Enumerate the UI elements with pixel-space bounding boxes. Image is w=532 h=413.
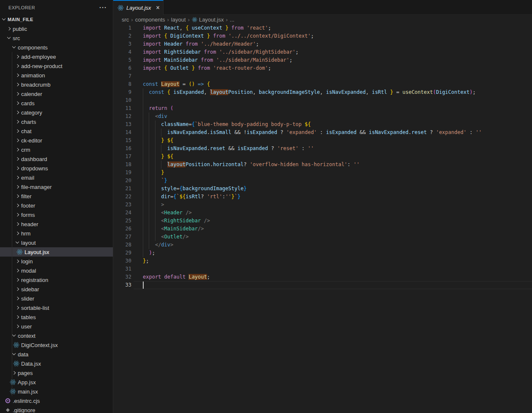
chevron-right-icon[interactable] xyxy=(14,193,20,199)
chevron-right-icon[interactable] xyxy=(14,165,20,171)
code-line-19[interactable]: 19 } xyxy=(113,169,532,177)
code-line-9[interactable]: 9 const { isExpanded, layoutPosition, ba… xyxy=(113,88,532,96)
tree-item-add-new-product[interactable]: add-new-product xyxy=(0,61,113,71)
chevron-right-icon[interactable] xyxy=(14,286,20,292)
chevron-right-icon[interactable] xyxy=(14,63,20,69)
chevron-right-icon[interactable] xyxy=(14,277,20,283)
code-line-23[interactable]: 23 > xyxy=(113,201,532,209)
chevron-right-icon[interactable] xyxy=(14,295,20,301)
tree-item-main-jsx[interactable]: main.jsx xyxy=(0,387,113,396)
tree-item-src[interactable]: src xyxy=(0,33,113,43)
tree-item-pages[interactable]: pages xyxy=(0,368,113,377)
code-line-8[interactable]: 8const Layout = () => { xyxy=(113,80,532,88)
tree-item-tables[interactable]: tables xyxy=(0,312,113,322)
tree-item-app-jsx[interactable]: App.jsx xyxy=(0,377,113,387)
code-line-6[interactable]: 6import { Outlet } from 'react-router-do… xyxy=(113,64,532,72)
tree-item-slider[interactable]: slider xyxy=(0,294,113,303)
chevron-right-icon[interactable] xyxy=(14,54,20,60)
chevron-right-icon[interactable] xyxy=(14,323,20,329)
code-line-26[interactable]: 26 <MainSidebar/> xyxy=(113,225,532,233)
chevron-right-icon[interactable] xyxy=(14,314,20,320)
code-line-5[interactable]: 5import MainSidebar from '../sidebar/Mai… xyxy=(113,56,532,64)
tree-item-breadcrumb[interactable]: breadcrumb xyxy=(0,80,113,89)
tree-item-sortable-list[interactable]: sortable-list xyxy=(0,303,113,312)
chevron-right-icon[interactable] xyxy=(14,82,20,88)
tree-item-file-manager[interactable]: file-manager xyxy=(0,182,113,191)
chevron-right-icon[interactable] xyxy=(14,175,20,181)
tab-close-icon[interactable]: × xyxy=(156,5,160,11)
tree-item-login[interactable]: login xyxy=(0,257,113,266)
tree-item-dropdowns[interactable]: dropdowns xyxy=(0,164,113,173)
chevron-down-icon[interactable] xyxy=(6,35,12,41)
tree-item-hrm[interactable]: hrm xyxy=(0,229,113,238)
chevron-right-icon[interactable] xyxy=(6,26,12,32)
more-actions-icon[interactable]: ··· xyxy=(99,5,107,10)
tree-item-gitignore[interactable]: .gitignore xyxy=(0,405,113,413)
chevron-right-icon[interactable] xyxy=(14,91,20,97)
tree-item-data-jsx[interactable]: Data.jsx xyxy=(0,359,113,368)
chevron-right-icon[interactable] xyxy=(14,184,20,190)
code-line-1[interactable]: 1import React, { useContext } from 'reac… xyxy=(113,24,532,32)
chevron-right-icon[interactable] xyxy=(14,258,20,264)
tree-item-modal[interactable]: modal xyxy=(0,266,113,275)
code-line-24[interactable]: 24 <Header /> xyxy=(113,209,532,217)
code-line-32[interactable]: 32export default Layout; xyxy=(113,273,532,281)
tree-item-filter[interactable]: filter xyxy=(0,191,113,201)
tree-item-footer[interactable]: footer xyxy=(0,201,113,210)
tree-item-cards[interactable]: cards xyxy=(0,98,113,108)
code-line-22[interactable]: 22 dir={`${isRtl? 'rtl':''}`} xyxy=(113,193,532,201)
tree-item-header[interactable]: header xyxy=(0,219,113,229)
tree-item-animation[interactable]: animation xyxy=(0,71,113,80)
chevron-down-icon[interactable] xyxy=(14,240,20,246)
tab-layout-jsx[interactable]: Layout.jsx × xyxy=(113,0,164,15)
code-line-11[interactable]: 11 return ( xyxy=(113,104,532,112)
chevron-right-icon[interactable] xyxy=(14,137,20,143)
breadcrumb-item-components[interactable]: components xyxy=(135,16,165,23)
code-line-27[interactable]: 27 <Outlet/> xyxy=(113,233,532,241)
code-line-29[interactable]: 29 ); xyxy=(113,249,532,257)
code-line-2[interactable]: 2import { DigiContext } from '../../cont… xyxy=(113,32,532,40)
tree-item-calender[interactable]: calender xyxy=(0,89,113,98)
chevron-right-icon[interactable] xyxy=(14,268,20,274)
chevron-right-icon[interactable] xyxy=(14,230,20,236)
tree-item-main-file[interactable]: MAIN_FILE xyxy=(0,15,113,24)
code-line-14[interactable]: 14 isNavExpanded.isSmall && !isExpanded … xyxy=(113,129,532,137)
tree-item-email[interactable]: email xyxy=(0,173,113,182)
tree-item-sidebar[interactable]: sidebar xyxy=(0,284,113,294)
code-editor[interactable]: 1import React, { useContext } from 'reac… xyxy=(113,24,532,413)
chevron-right-icon[interactable] xyxy=(14,109,20,115)
tree-item-forms[interactable]: forms xyxy=(0,210,113,219)
code-line-15[interactable]: 15 } ${ xyxy=(113,137,532,145)
code-line-4[interactable]: 4import RightSidebar from '../sidebar/Ri… xyxy=(113,48,532,56)
code-line-18[interactable]: 18 layoutPosition.horizontal? 'overflow-… xyxy=(113,161,532,169)
chevron-right-icon[interactable] xyxy=(14,100,20,106)
tree-item-data[interactable]: data xyxy=(0,350,113,359)
code-line-20[interactable]: 20 `} xyxy=(113,177,532,185)
breadcrumb-item-layout-jsx[interactable]: Layout.jsx xyxy=(192,16,224,23)
chevron-right-icon[interactable] xyxy=(14,212,20,218)
tree-item-public[interactable]: public xyxy=(0,24,113,33)
tree-item-registration[interactable]: registration xyxy=(0,275,113,284)
breadcrumb-item-src[interactable]: src xyxy=(122,16,129,23)
tree-item-layout[interactable]: layout xyxy=(0,238,113,247)
code-line-13[interactable]: 13 className={`blue-theme body-padding b… xyxy=(113,120,532,129)
code-line-28[interactable]: 28 </div> xyxy=(113,241,532,249)
breadcrumb-item-layout[interactable]: layout xyxy=(171,16,186,23)
chevron-right-icon[interactable] xyxy=(14,147,20,153)
tree-item-layout-jsx[interactable]: Layout.jsx xyxy=(0,247,113,257)
tree-item-ck-editor[interactable]: ck-editor xyxy=(0,136,113,145)
tree-item-charts[interactable]: charts xyxy=(0,117,113,126)
code-line-10[interactable]: 10 xyxy=(113,96,532,104)
code-line-31[interactable]: 31 xyxy=(113,265,532,273)
code-line-30[interactable]: 30}; xyxy=(113,257,532,265)
chevron-right-icon[interactable] xyxy=(14,305,20,311)
chevron-right-icon[interactable] xyxy=(14,221,20,227)
code-line-25[interactable]: 25 <RightSidebar /> xyxy=(113,217,532,225)
tree-item-add-employee[interactable]: add-employee xyxy=(0,52,113,61)
code-line-17[interactable]: 17 } ${ xyxy=(113,153,532,161)
code-line-7[interactable]: 7 xyxy=(113,72,532,80)
code-line-21[interactable]: 21 style={backgroundImageStyle} xyxy=(113,185,532,193)
chevron-right-icon[interactable] xyxy=(14,119,20,125)
chevron-down-icon[interactable] xyxy=(11,44,17,50)
code-line-33[interactable]: 33 xyxy=(113,281,532,289)
